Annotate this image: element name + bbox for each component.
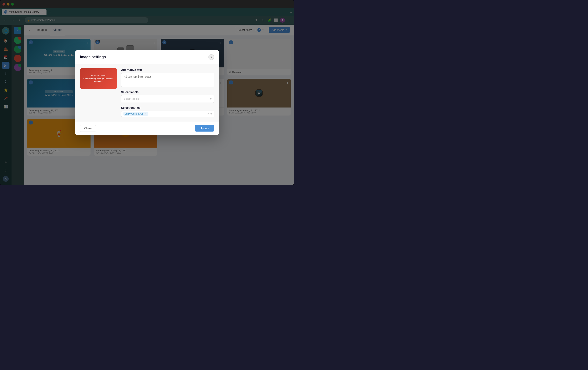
entities-select[interactable]: Juicy Chills & Co. × × ▾ xyxy=(121,110,214,117)
modal-close-btn[interactable]: × xyxy=(209,54,214,60)
entities-chevron[interactable]: ▾ xyxy=(210,112,212,116)
modal-footer: Close Update xyxy=(75,121,219,135)
entity-tag-remove[interactable]: × xyxy=(145,113,146,115)
labels-chevron: ▾ xyxy=(210,97,211,100)
entity-tag-label: Juicy Chills & Co. xyxy=(125,112,144,115)
modal-form: Alternative text Select labels Select la… xyxy=(121,68,214,117)
modal-title: Image settings xyxy=(80,55,106,59)
labels-group: Select labels Select labels ▾ xyxy=(121,90,214,103)
entities-label: Select entities xyxy=(121,106,214,109)
browser-window: VS Vista Social - Media Library × + ⌄ ← … xyxy=(0,0,294,185)
labels-select[interactable]: Select labels ▾ xyxy=(121,95,214,103)
modal-header: Image settings × xyxy=(75,50,219,64)
modal-body: MESSENGER BOT Food Ordering Through Face… xyxy=(75,64,219,121)
modal-overlay: Image settings × MESSENGER BOT Food Orde… xyxy=(0,0,294,185)
entities-group: Select entities Juicy Chills & Co. × × ▾ xyxy=(121,106,214,117)
alt-text-group: Alternative text xyxy=(121,68,214,87)
entity-tag-1: Juicy Chills & Co. × xyxy=(124,112,148,116)
alt-text-label: Alternative text xyxy=(121,68,214,71)
labels-label: Select labels xyxy=(121,90,214,94)
image-settings-modal: Image settings × MESSENGER BOT Food Orde… xyxy=(75,50,219,135)
alt-text-input[interactable] xyxy=(121,73,214,87)
entities-controls: × ▾ xyxy=(207,112,212,116)
labels-placeholder: Select labels xyxy=(124,97,139,100)
entities-clear[interactable]: × xyxy=(207,112,209,116)
modal-image-preview: MESSENGER BOT Food Ordering Through Face… xyxy=(80,68,117,117)
image-thumbnail: MESSENGER BOT Food Ordering Through Face… xyxy=(80,68,117,89)
modal-close-button[interactable]: Close xyxy=(80,125,96,132)
modal-update-button[interactable]: Update xyxy=(195,125,214,131)
